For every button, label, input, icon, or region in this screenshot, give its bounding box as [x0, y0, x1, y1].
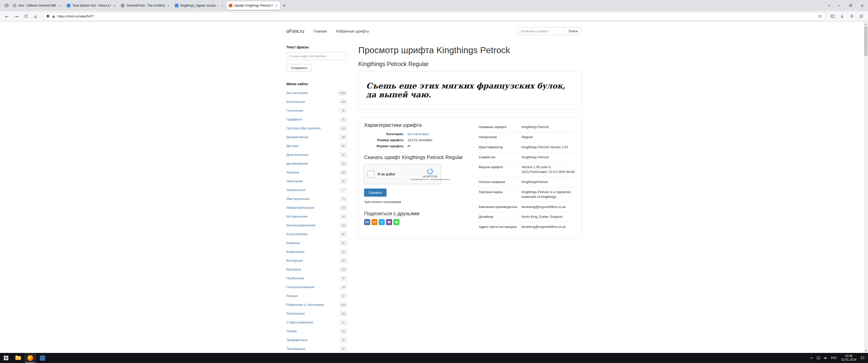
category-link[interactable]: Каллиграфические	[286, 223, 315, 227]
category-link[interactable]: Готические	[286, 109, 303, 112]
category-count-badge: 17	[340, 188, 347, 192]
recaptcha-checkbox[interactable]	[367, 171, 374, 178]
browser-tab[interactable]: /tes/ - Oblivion General N96 ×	[10, 1, 64, 10]
category-count-badge: 406	[340, 100, 347, 104]
lock-icon[interactable]	[52, 14, 55, 18]
bookmark-star-icon[interactable]	[818, 14, 822, 18]
detail-value: Kingthings Petrock	[522, 155, 576, 160]
url-bar[interactable]: https://ofont.ru/view/5477	[43, 12, 825, 21]
category-link[interactable]: Контурные	[286, 259, 303, 262]
browser-tab[interactable]: kingthings_regular russian - П... ×	[173, 1, 226, 10]
tab-close-icon[interactable]: ×	[167, 4, 170, 7]
main-column: Просмотр шрифта Kingthings Petrock Kingt…	[358, 45, 582, 353]
sidebar-toggle-icon[interactable]	[828, 12, 837, 21]
category-link[interactable]: Тонкие	[286, 329, 297, 333]
category-link[interactable]: Завитушки	[286, 179, 303, 183]
category-link[interactable]: Книжные	[286, 241, 300, 245]
tray-expand-icon[interactable]	[808, 353, 815, 363]
category-link[interactable]: Необычные	[286, 276, 304, 280]
reload-button[interactable]	[22, 12, 30, 21]
category-link[interactable]: Детские	[286, 144, 299, 148]
page-scrollbar[interactable]: ▲ ▼	[864, 22, 868, 353]
browser-tab[interactable]: Шрифт Kingthings Petrock R... ×	[226, 1, 280, 10]
site-nav-link[interactable]: Избранные шрифты	[336, 29, 369, 33]
tab-close-icon[interactable]: ×	[221, 4, 224, 7]
share-icon[interactable]: ☎	[393, 219, 399, 225]
category-link[interactable]: Исторические	[286, 214, 308, 218]
category-link[interactable]: Бесплатные	[286, 100, 305, 104]
action-center-icon[interactable]	[859, 353, 866, 363]
browser-tab[interactable]: GeneralFonts - The Unofficial E... ×	[119, 1, 172, 10]
browser-tab[interactable]: Tes4 oblivion font - Поиск в G... ×	[65, 1, 118, 10]
account-icon[interactable]	[847, 12, 856, 21]
phrase-input[interactable]	[286, 52, 347, 60]
site-nav-link[interactable]: Главная	[313, 29, 327, 33]
site-nav: Главная Избранные шрифты	[304, 29, 369, 33]
clock[interactable]: 23:46 22.01.2024	[839, 354, 859, 362]
tracking-shield-icon[interactable]	[46, 14, 50, 18]
category-link[interactable]: Диагональные	[286, 153, 309, 157]
volume-icon[interactable]	[822, 353, 829, 363]
tab-close-icon[interactable]: ×	[113, 4, 116, 7]
list-all-tabs-icon[interactable]	[825, 1, 833, 9]
show-desktop-button[interactable]	[866, 353, 868, 363]
taskbar: РУС 23:46 22.01.2024	[0, 353, 868, 363]
restore-button[interactable]	[845, 0, 857, 11]
downloads-icon[interactable]	[838, 12, 846, 21]
start-button[interactable]	[0, 353, 12, 363]
category-link[interactable]: Декоративные	[286, 135, 308, 139]
pinned-app-icon[interactable]	[36, 353, 49, 363]
category-link[interactable]: Трехмерные	[286, 347, 305, 351]
language-indicator[interactable]: РУС	[829, 353, 839, 363]
category-link[interactable]: Граффити	[286, 118, 302, 121]
category-link[interactable]: Рукописные	[286, 311, 305, 316]
category-count-badge: 600	[340, 302, 347, 307]
share-icon[interactable]: ✈	[379, 219, 385, 225]
scroll-up-icon[interactable]: ▲	[864, 22, 868, 26]
back-button[interactable]: ←	[2, 12, 11, 21]
font-search-button[interactable]: Поиск	[564, 27, 582, 35]
scroll-down-icon[interactable]: ▼	[864, 349, 868, 353]
category-link[interactable]: Жирные	[286, 170, 299, 174]
detail-label: Семейство	[479, 155, 522, 160]
save-phrase-button[interactable]: Сохранить	[286, 64, 312, 72]
category-link[interactable]: Комические	[286, 250, 305, 254]
forward-button[interactable]: →	[12, 12, 21, 21]
firefox-taskbar-icon[interactable]	[24, 353, 36, 363]
close-window-button[interactable]: ×	[857, 0, 868, 11]
category-count-badge: 92	[340, 276, 347, 280]
firefox-view-icon[interactable]	[2, 1, 10, 9]
tab-close-icon[interactable]: ×	[59, 4, 62, 7]
category-link[interactable]: Романские (с засечками)	[286, 303, 324, 306]
network-icon[interactable]	[815, 353, 822, 363]
download-button[interactable]: Скачать	[364, 189, 386, 197]
category-link[interactable]: Разные	[286, 294, 298, 298]
minimize-button[interactable]	[833, 0, 845, 11]
category-link[interactable]: Без категории	[286, 91, 308, 95]
category-link[interactable]: Полузаполненные	[286, 285, 314, 289]
category-link[interactable]: Гротески (без засечек)	[286, 126, 320, 130]
category-link[interactable]: Имитационные	[286, 197, 309, 201]
category-link[interactable]: Трафаретные	[286, 338, 307, 342]
file-explorer-icon[interactable]	[12, 353, 24, 363]
category-link[interactable]: Инвертированные	[286, 206, 314, 209]
scrollbar-thumb[interactable]	[864, 26, 868, 56]
menu-button[interactable]	[857, 12, 866, 21]
category-link[interactable]: Дизайнерские	[286, 162, 308, 165]
category-link[interactable]: Классические	[286, 232, 307, 236]
font-search-input[interactable]	[518, 27, 564, 35]
category-link[interactable]: Красивые	[286, 267, 301, 271]
new-tab-button[interactable]: +	[280, 1, 288, 9]
recaptcha-terms-links[interactable]: Конфиденциальность - Условия использован…	[410, 178, 450, 180]
panel-left: Характеристики шрифта Категории: Без кат…	[364, 122, 473, 232]
site-logo[interactable]: oFont.ru	[286, 29, 304, 34]
home-button[interactable]: ⌂	[31, 12, 40, 21]
share-icon[interactable]: OK	[371, 219, 377, 225]
category-link[interactable]: Старославянские	[286, 320, 313, 324]
category-link[interactable]: Знаменитые	[286, 188, 305, 192]
tab-favicon-icon	[13, 4, 17, 7]
share-icon[interactable]: ☎	[386, 219, 392, 225]
share-icon[interactable]: ВК	[364, 219, 370, 225]
characteristics-table: Категории: Без категории Размер шрифта: …	[364, 132, 473, 148]
tab-close-icon[interactable]: ×	[275, 4, 278, 7]
